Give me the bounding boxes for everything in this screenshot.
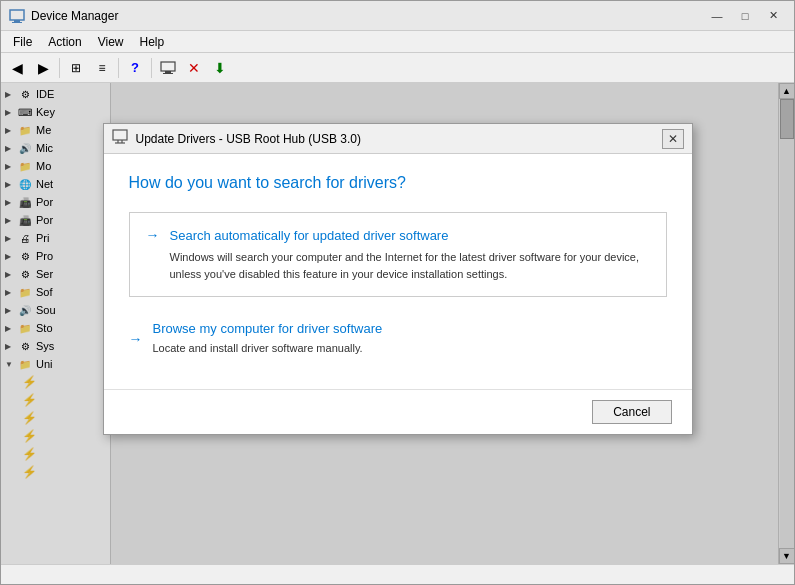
menu-action[interactable]: Action: [40, 33, 89, 51]
toolbar: ◀ ▶ ⊞ ≡ ? ✕ ⬇: [1, 53, 794, 83]
dialog-title-icon: [112, 129, 128, 148]
menu-help[interactable]: Help: [132, 33, 173, 51]
status-bar: [1, 564, 794, 584]
toolbar-list[interactable]: ≡: [90, 56, 114, 80]
maximize-button[interactable]: □: [732, 6, 758, 26]
dialog-footer: Cancel: [104, 389, 692, 434]
dialog-heading: How do you want to search for drivers?: [129, 174, 667, 192]
main-window: Device Manager — □ ✕ File Action View He…: [0, 0, 795, 585]
window-title: Device Manager: [31, 9, 118, 23]
option1-arrow-icon: →: [146, 227, 160, 243]
toolbar-remove[interactable]: ✕: [182, 56, 206, 80]
menu-file[interactable]: File: [5, 33, 40, 51]
app-icon: [9, 8, 25, 24]
option1-link-row: → Search automatically for updated drive…: [146, 227, 650, 243]
svg-rect-5: [163, 73, 173, 74]
toolbar-sep1: [59, 58, 60, 78]
dialog-title-bar: Update Drivers - USB Root Hub (USB 3.0) …: [104, 124, 692, 154]
toolbar-display[interactable]: [156, 56, 180, 80]
dialog-overlay: Update Drivers - USB Root Hub (USB 3.0) …: [1, 83, 794, 564]
svg-rect-1: [14, 20, 20, 22]
option2-description: Locate and install driver software manua…: [153, 340, 383, 357]
toolbar-grid[interactable]: ⊞: [64, 56, 88, 80]
title-bar-left: Device Manager: [9, 8, 118, 24]
svg-rect-0: [10, 10, 24, 20]
dialog-close-button[interactable]: ✕: [662, 129, 684, 149]
update-drivers-dialog: Update Drivers - USB Root Hub (USB 3.0) …: [103, 123, 693, 435]
option2-title: Browse my computer for driver software: [153, 321, 383, 336]
svg-rect-3: [161, 62, 175, 71]
title-bar: Device Manager — □ ✕: [1, 1, 794, 31]
window-controls: — □ ✕: [704, 6, 786, 26]
svg-rect-2: [12, 22, 22, 23]
option-browse[interactable]: → Browse my computer for driver software…: [129, 309, 667, 369]
menu-view[interactable]: View: [90, 33, 132, 51]
menu-bar: File Action View Help: [1, 31, 794, 53]
option-auto-search[interactable]: → Search automatically for updated drive…: [129, 212, 667, 297]
dialog-title-text: Update Drivers - USB Root Hub (USB 3.0): [136, 132, 361, 146]
cancel-button[interactable]: Cancel: [592, 400, 671, 424]
toolbar-back[interactable]: ◀: [5, 56, 29, 80]
svg-rect-6: [113, 130, 127, 140]
option1-title: Search automatically for updated driver …: [170, 228, 449, 243]
dialog-content: How do you want to search for drivers? →…: [104, 154, 692, 389]
minimize-button[interactable]: —: [704, 6, 730, 26]
toolbar-sep3: [151, 58, 152, 78]
svg-rect-4: [165, 71, 171, 73]
toolbar-sep2: [118, 58, 119, 78]
option2-link-row: → Browse my computer for driver software…: [129, 321, 383, 357]
toolbar-forward[interactable]: ▶: [31, 56, 55, 80]
toolbar-download[interactable]: ⬇: [208, 56, 232, 80]
content-area: ▶ ⚙ IDE ▶ ⌨ Key ▶ 📁 Me ▶ 🔊 Mic ▶ 📁: [1, 83, 794, 564]
dialog-title-left: Update Drivers - USB Root Hub (USB 3.0): [112, 129, 361, 148]
option2-content: Browse my computer for driver software L…: [153, 321, 383, 357]
toolbar-help[interactable]: ?: [123, 56, 147, 80]
option1-description: Windows will search your computer and th…: [146, 249, 650, 282]
option2-arrow-icon: →: [129, 331, 143, 347]
close-button[interactable]: ✕: [760, 6, 786, 26]
